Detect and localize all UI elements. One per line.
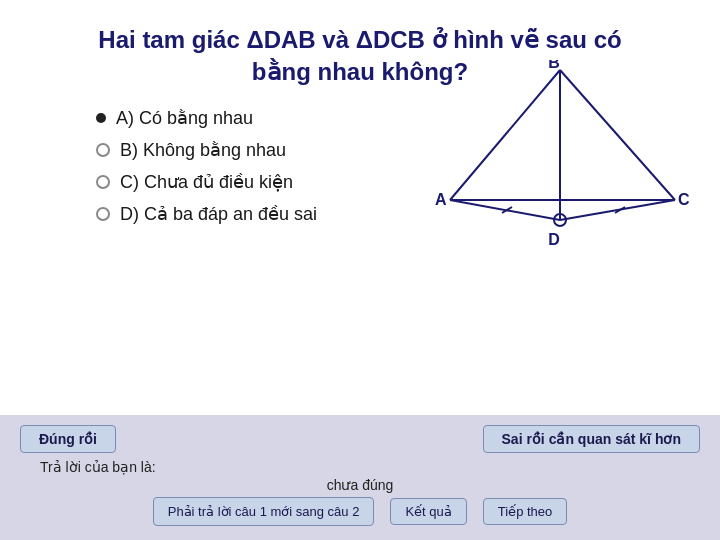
- sai-roi-button[interactable]: Sai rồi cần quan sát kĩ hơn: [483, 425, 700, 453]
- bullet-a: [96, 113, 106, 123]
- ket-qua-button[interactable]: Kết quả: [390, 498, 466, 525]
- tra-loi-label: Trả lời của bạn là:: [40, 459, 700, 475]
- svg-line-1: [560, 70, 675, 200]
- tiep-theo-button[interactable]: Tiếp theo: [483, 498, 568, 525]
- dung-roi-button[interactable]: Đúng rồi: [20, 425, 116, 453]
- overlay-row1: Đúng rồi Sai rồi cần quan sát kĩ hơn: [20, 425, 700, 453]
- svg-line-5: [560, 200, 675, 220]
- option-b-text: B) Không bằng nhau: [120, 139, 286, 161]
- slide: Hai tam giác ΔDAB và ΔDCB ở hình vẽ sau …: [0, 0, 720, 540]
- bullet-d: [96, 207, 110, 221]
- title-line1: Hai tam giác ΔDAB và ΔDCB ở hình vẽ sau …: [36, 24, 684, 56]
- svg-line-0: [450, 70, 560, 200]
- label-C: C: [678, 191, 690, 208]
- option-c-text: C) Chưa đủ điều kiện: [120, 171, 293, 193]
- option-d-text: D) Cả ba đáp an đều sai: [120, 203, 317, 225]
- phai-tra-loi-box: Phải trả lời câu 1 mới sang câu 2: [153, 497, 375, 526]
- chua-dung-label: chưa đúng: [20, 477, 700, 493]
- label-A: A: [435, 191, 447, 208]
- option-a-text: A) Có bằng nhau: [116, 107, 253, 129]
- triangle-diagram: B A C D: [430, 60, 690, 280]
- bottom-overlay: Đúng rồi Sai rồi cần quan sát kĩ hơn Trả…: [0, 415, 720, 540]
- svg-line-4: [450, 200, 560, 220]
- bullet-b: [96, 143, 110, 157]
- label-D: D: [548, 231, 560, 248]
- overlay-row2: Phải trả lời câu 1 mới sang câu 2 Kết qu…: [20, 497, 700, 526]
- label-B: B: [548, 60, 560, 71]
- triangle-svg: B A C D: [430, 60, 690, 280]
- bullet-c: [96, 175, 110, 189]
